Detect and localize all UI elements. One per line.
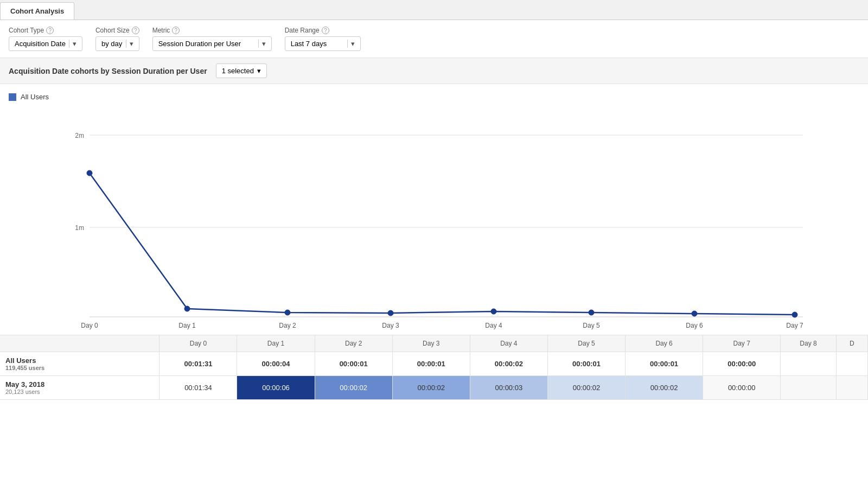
x-label-day2: Day 2 — [279, 322, 296, 329]
cohort-size-help-icon[interactable]: ? — [132, 27, 139, 34]
col-header-day1: Day 1 — [237, 335, 315, 352]
datapoint-day2[interactable] — [285, 310, 290, 315]
col-header-label — [0, 335, 159, 352]
date-range-help-icon[interactable]: ? — [322, 27, 329, 34]
row-label-may3: May 3, 2018 20,123 users — [0, 376, 159, 400]
col-header-day3: Day 3 — [392, 335, 470, 352]
cell-all-users-day6: 00:00:01 — [626, 352, 703, 376]
y-label-1m: 1m — [75, 224, 84, 232]
table-header-row: Day 0 Day 1 Day 2 Day 3 Day 4 Day 5 Day … — [0, 335, 868, 352]
col-header-day4: Day 4 — [470, 335, 547, 352]
selected-caret-icon: ▾ — [257, 67, 261, 75]
chart-line — [90, 173, 795, 315]
datapoint-day1[interactable] — [184, 306, 190, 311]
table-row: May 3, 2018 20,123 users 00:01:34 00:00:… — [0, 376, 868, 400]
x-label-day0: Day 0 — [81, 322, 98, 329]
col-header-day5: Day 5 — [547, 335, 625, 352]
cohort-analysis-tab[interactable]: Cohort Analysis — [0, 2, 74, 20]
datapoint-day0[interactable] — [87, 170, 92, 176]
cell-may3-day6: 00:00:02 — [626, 376, 703, 400]
table-row: All Users 119,455 users 00:01:31 00:00:0… — [0, 352, 868, 376]
legend-color-box — [9, 93, 16, 101]
row-label-all-users: All Users 119,455 users — [0, 352, 159, 376]
cohort-type-group: Cohort Type ? Acquisition Date ▾ — [9, 27, 82, 51]
x-label-day3: Day 3 — [382, 322, 399, 329]
cell-all-users-day2: 00:00:01 — [315, 352, 392, 376]
metric-dropdown[interactable]: Session Duration per User ▾ — [152, 36, 272, 51]
x-label-day5: Day 5 — [583, 322, 600, 329]
col-header-d: D — [836, 335, 867, 352]
chart-legend: All Users — [9, 93, 859, 101]
col-header-day7: Day 7 — [703, 335, 781, 352]
cell-all-users-d — [836, 352, 867, 376]
cell-all-users-day0: 00:01:31 — [159, 352, 237, 376]
cohort-type-caret-icon: ▾ — [69, 40, 76, 48]
cohort-size-dropdown[interactable]: by day ▾ — [95, 36, 139, 51]
datapoint-day7[interactable] — [792, 312, 797, 317]
col-header-day6: Day 6 — [626, 335, 703, 352]
chart-svg: 2m 1m Day 0 Day 1 Day 2 D — [9, 105, 859, 333]
line-chart: 2m 1m Day 0 Day 1 Day 2 D — [9, 105, 859, 335]
cell-may3-day2: 00:00:02 — [315, 376, 392, 400]
date-range-caret-icon: ▾ — [347, 40, 355, 48]
cell-all-users-day4: 00:00:02 — [470, 352, 547, 376]
date-range-dropdown[interactable]: Last 7 days ▾ — [285, 36, 361, 51]
x-label-day4: Day 4 — [485, 322, 502, 329]
metric-help-icon[interactable]: ? — [172, 27, 180, 34]
cell-may3-day0: 00:01:34 — [159, 376, 237, 400]
selected-button[interactable]: 1 selected ▾ — [216, 63, 267, 78]
cell-may3-day3: 00:00:02 — [392, 376, 470, 400]
date-range-group: Date Range ? Last 7 days ▾ — [285, 27, 361, 51]
y-label-2m: 2m — [75, 132, 84, 139]
cell-all-users-day8 — [781, 352, 837, 376]
datapoint-day6[interactable] — [692, 311, 697, 316]
cell-may3-day5: 00:00:02 — [547, 376, 625, 400]
cell-all-users-day1: 00:00:04 — [237, 352, 315, 376]
metric-caret-icon: ▾ — [258, 40, 266, 48]
cohort-table: Day 0 Day 1 Day 2 Day 3 Day 4 Day 5 Day … — [0, 335, 868, 400]
col-header-day2: Day 2 — [315, 335, 392, 352]
date-range-label: Date Range ? — [285, 27, 361, 34]
cohort-size-label: Cohort Size ? — [95, 27, 139, 34]
legend-label: All Users — [21, 93, 49, 101]
datapoint-day5[interactable] — [589, 310, 594, 315]
datapoint-day4[interactable] — [491, 309, 496, 314]
cell-may3-day1: 00:00:06 — [237, 376, 315, 400]
chart-header: Acquisition Date cohorts by Session Dura… — [0, 58, 868, 84]
cell-all-users-day7: 00:00:00 — [703, 352, 781, 376]
cohort-type-help-icon[interactable]: ? — [46, 27, 54, 34]
cell-all-users-day5: 00:00:01 — [547, 352, 625, 376]
cohort-type-dropdown[interactable]: Acquisition Date ▾ — [9, 36, 82, 51]
col-header-day0: Day 0 — [159, 335, 237, 352]
cell-may3-day7: 00:00:00 — [703, 376, 781, 400]
x-label-day1: Day 1 — [178, 322, 196, 329]
metric-group: Metric ? Session Duration per User ▾ — [152, 27, 272, 51]
cohort-type-label: Cohort Type ? — [9, 27, 82, 34]
chart-title: Acquisition Date cohorts by Session Dura… — [9, 67, 207, 75]
x-label-day6: Day 6 — [686, 322, 703, 329]
cell-may3-day8 — [781, 376, 837, 400]
chart-area: All Users 2m 1m — [0, 84, 868, 335]
cohort-size-group: Cohort Size ? by day ▾ — [95, 27, 139, 51]
cohort-size-caret-icon: ▾ — [126, 40, 133, 48]
controls-bar: Cohort Type ? Acquisition Date ▾ Cohort … — [0, 20, 868, 58]
tab-bar: Cohort Analysis — [0, 0, 868, 20]
cell-may3-day4: 00:00:03 — [470, 376, 547, 400]
datapoint-day3[interactable] — [388, 310, 393, 316]
metric-label: Metric ? — [152, 27, 272, 34]
cell-may3-d — [836, 376, 867, 400]
x-label-day7: Day 7 — [786, 322, 803, 329]
col-header-day8: Day 8 — [781, 335, 837, 352]
cell-all-users-day3: 00:00:01 — [392, 352, 470, 376]
